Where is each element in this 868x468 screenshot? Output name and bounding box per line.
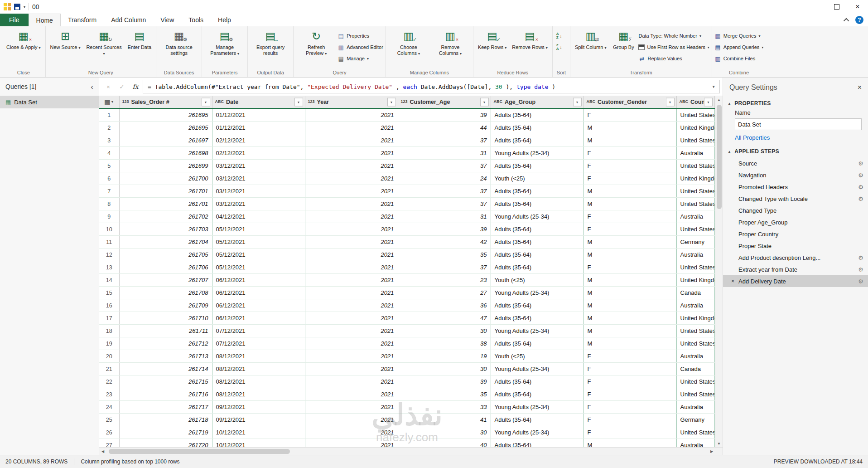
cell-customer-gender[interactable]: M [583,249,676,261]
row-number[interactable]: 4 [99,147,119,160]
collapse-ribbon-icon[interactable] [844,18,849,24]
cell-country[interactable]: United States [676,160,715,172]
cell-sales-order[interactable]: 261706 [119,261,212,274]
cell-sales-order[interactable]: 261703 [119,223,212,236]
cell-customer-age[interactable]: 31 [398,210,491,223]
filter-dropdown-icon[interactable]: ▼ [202,98,210,107]
cell-country[interactable]: United Kingdom [676,312,715,325]
cell-date[interactable]: 03/12/2021 [212,185,305,198]
cell-sales-order[interactable]: 261719 [119,426,212,439]
cell-sales-order[interactable]: 261720 [119,439,212,448]
cell-age-group[interactable]: Young Adults (25-34) [491,401,583,414]
cell-date[interactable]: 04/12/2021 [212,210,305,223]
column-header[interactable]: ABCCustomer_Gender ▼ [583,96,676,108]
data-source-settings-button[interactable]: ▦⚙ Data source settings [159,28,199,57]
step-settings-gear-icon[interactable]: ⚙ [858,184,863,190]
cell-age-group[interactable]: Young Adults (25-34) [491,363,583,375]
formula-input[interactable]: = Table.AddColumn(#"Extract year from Da… [143,80,720,93]
cell-age-group[interactable]: Adults (35-64) [491,312,583,325]
cell-customer-gender[interactable]: M [583,236,676,249]
cell-date[interactable]: 05/12/2021 [212,223,305,236]
row-number[interactable]: 14 [99,274,119,287]
append-queries-button[interactable]: ▤Append Queries ▾ [714,43,764,52]
row-number[interactable]: 22 [99,375,119,388]
cell-country[interactable]: Australia [676,210,715,223]
cell-sales-order[interactable]: 261711 [119,325,212,337]
cell-year[interactable]: 2021 [305,375,398,388]
ribbon-tab[interactable]: Help [211,14,238,26]
cell-year[interactable]: 2021 [305,299,398,312]
row-number[interactable]: 7 [99,185,119,198]
cell-customer-gender[interactable]: M [583,122,676,134]
cell-sales-order[interactable]: 261712 [119,337,212,350]
cell-age-group[interactable]: Adults (35-64) [491,108,583,122]
cell-date[interactable]: 07/12/2021 [212,337,305,350]
step-settings-gear-icon[interactable]: ⚙ [858,278,863,285]
step-settings-gear-icon[interactable]: ⚙ [858,160,863,167]
cell-date[interactable]: 02/12/2021 [212,134,305,147]
row-number[interactable]: 6 [99,172,119,185]
cell-year[interactable]: 2021 [305,414,398,426]
cell-customer-gender[interactable]: M [583,439,676,448]
cell-age-group[interactable]: Young Adults (25-34) [491,426,583,439]
applied-step[interactable]: × Add Delivery Date ⚙ [723,275,868,287]
cell-date[interactable]: 03/12/2021 [212,160,305,172]
sort-ascending-button[interactable]: AZ↓ [555,31,564,40]
row-number[interactable]: 2 [99,122,119,134]
scroll-left-icon[interactable]: ◀ [99,448,106,455]
manage-button[interactable]: ▤Manage ▾ [338,54,383,63]
column-header[interactable]: 123Year ▼ [305,96,398,108]
cell-age-group[interactable]: Adults (35-64) [491,198,583,210]
cell-customer-age[interactable]: 24 [398,172,491,185]
cell-year[interactable]: 2021 [305,337,398,350]
applied-steps-section-header[interactable]: ▲ APPLIED STEPS [723,146,868,157]
cell-customer-gender[interactable]: F [583,210,676,223]
cell-date[interactable]: 08/12/2021 [212,388,305,401]
cell-date[interactable]: 08/12/2021 [212,350,305,363]
cell-date[interactable]: 03/12/2021 [212,172,305,185]
cell-date[interactable]: 02/12/2021 [212,147,305,160]
cell-year[interactable]: 2021 [305,236,398,249]
cell-country[interactable]: Australia [676,249,715,261]
ribbon-tab[interactable]: Add Column [104,14,153,26]
cell-sales-order[interactable]: 261716 [119,388,212,401]
cell-date[interactable]: 09/12/2021 [212,414,305,426]
cell-sales-order[interactable]: 261704 [119,236,212,249]
new-source-button[interactable]: ⊞ New Source ▾ [48,28,83,52]
cell-age-group[interactable]: Adults (35-64) [491,414,583,426]
filter-dropdown-icon[interactable]: ▼ [387,98,396,107]
cell-sales-order[interactable]: 261718 [119,414,212,426]
step-settings-gear-icon[interactable]: ⚙ [858,266,863,273]
refresh-preview-button[interactable]: ↻ Refresh Preview ▾ [296,28,337,58]
status-profiling[interactable]: Column profiling based on top 1000 rows [81,458,179,465]
cell-age-group[interactable]: Young Adults (25-34) [491,147,583,160]
cell-customer-gender[interactable]: F [583,160,676,172]
close-button[interactable]: × [847,0,868,14]
ribbon-tab[interactable]: Tools [181,14,211,26]
cell-country[interactable]: United States [676,261,715,274]
maximize-button[interactable] [826,0,847,14]
cell-customer-age[interactable]: 23 [398,274,491,287]
cell-customer-gender[interactable]: F [583,363,676,375]
cell-age-group[interactable]: Young Adults (25-34) [491,325,583,337]
cell-customer-age[interactable]: 31 [398,147,491,160]
cell-year[interactable]: 2021 [305,388,398,401]
export-query-results-button[interactable]: ▤→ Export query results [250,28,291,57]
cell-country[interactable]: United States [676,375,715,388]
row-number[interactable]: 24 [99,401,119,414]
recent-sources-button[interactable]: ▦↻ Recent Sources ▾ [84,28,125,58]
cell-country[interactable]: Germany [676,236,715,249]
cell-year[interactable]: 2021 [305,108,398,122]
applied-step[interactable]: × Proper State ⚙ [723,240,868,252]
cell-country[interactable]: United States [676,198,715,210]
cell-sales-order[interactable]: 261705 [119,249,212,261]
cell-sales-order[interactable]: 261701 [119,198,212,210]
cell-country[interactable]: Australia [676,350,715,363]
cell-year[interactable]: 2021 [305,147,398,160]
cell-date[interactable]: 05/12/2021 [212,249,305,261]
cell-customer-age[interactable]: 27 [398,287,491,299]
cell-age-group[interactable]: Adults (35-64) [491,299,583,312]
row-number[interactable]: 9 [99,210,119,223]
cell-year[interactable]: 2021 [305,160,398,172]
column-header[interactable]: ABCDate ▼ [212,96,305,108]
